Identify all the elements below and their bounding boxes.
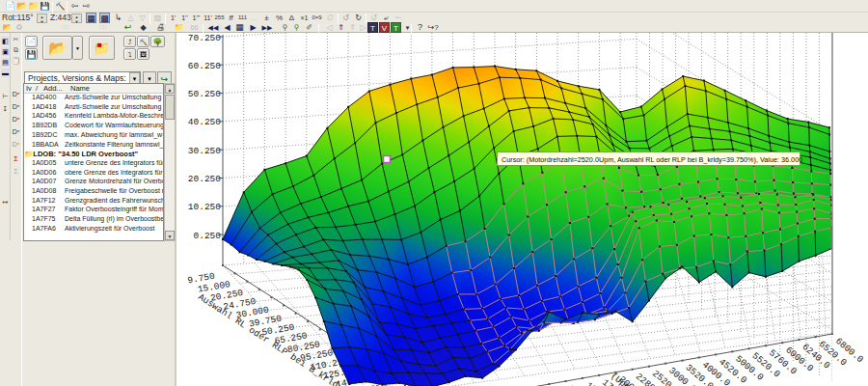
svg-text:70.250: 70.250 [188, 33, 222, 43]
svg-text:0.250: 0.250 [193, 231, 221, 241]
svg-text:Cursor: (Motordrehzahl=2520.0U: Cursor: (Motordrehzahl=2520.0Upm, Auswah… [502, 155, 802, 164]
svg-text:60.250: 60.250 [188, 61, 222, 71]
svg-text:20.250: 20.250 [188, 174, 222, 184]
svg-text:40.250: 40.250 [188, 117, 222, 127]
svg-text:30.250: 30.250 [188, 146, 222, 156]
svg-text:10.250: 10.250 [188, 202, 222, 212]
svg-text:50.250: 50.250 [188, 89, 222, 99]
